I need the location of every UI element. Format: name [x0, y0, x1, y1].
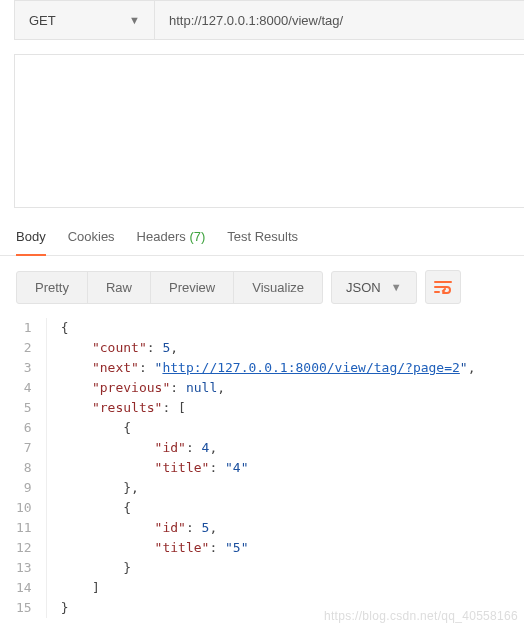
tab-body[interactable]: Body: [16, 219, 46, 256]
http-method-select[interactable]: GET ▼: [15, 1, 155, 39]
tab-headers-count: (7): [189, 229, 205, 244]
tab-test-results[interactable]: Test Results: [227, 219, 298, 254]
tab-headers-label: Headers: [137, 229, 186, 244]
response-preview-blank: [14, 54, 524, 208]
http-method-value: GET: [29, 13, 56, 28]
watermark: https://blog.csdn.net/qq_40558166: [324, 609, 518, 623]
line-gutter: 123456789101112131415: [16, 318, 47, 618]
view-mode-raw[interactable]: Raw: [88, 272, 151, 303]
view-mode-visualize[interactable]: Visualize: [234, 272, 322, 303]
view-mode-pretty[interactable]: Pretty: [17, 272, 88, 303]
response-body: 123456789101112131415 { "count": 5, "nex…: [0, 318, 524, 618]
chevron-down-icon: ▼: [129, 14, 140, 26]
format-select[interactable]: JSON ▼: [331, 271, 417, 304]
view-controls: Pretty Raw Preview Visualize JSON ▼: [0, 256, 524, 318]
view-mode-segment: Pretty Raw Preview Visualize: [16, 271, 323, 304]
url-input[interactable]: [155, 1, 524, 39]
request-bar: GET ▼: [14, 0, 524, 40]
wrap-lines-button[interactable]: [425, 270, 461, 304]
view-mode-preview[interactable]: Preview: [151, 272, 234, 303]
tab-headers[interactable]: Headers (7): [137, 219, 206, 254]
chevron-down-icon: ▼: [391, 281, 402, 293]
tab-cookies[interactable]: Cookies: [68, 219, 115, 254]
wrap-icon: [434, 280, 452, 294]
response-tabs: Body Cookies Headers (7) Test Results: [0, 218, 524, 256]
json-code[interactable]: { "count": 5, "next": "http://127.0.0.1:…: [47, 318, 476, 618]
format-value: JSON: [346, 280, 381, 295]
